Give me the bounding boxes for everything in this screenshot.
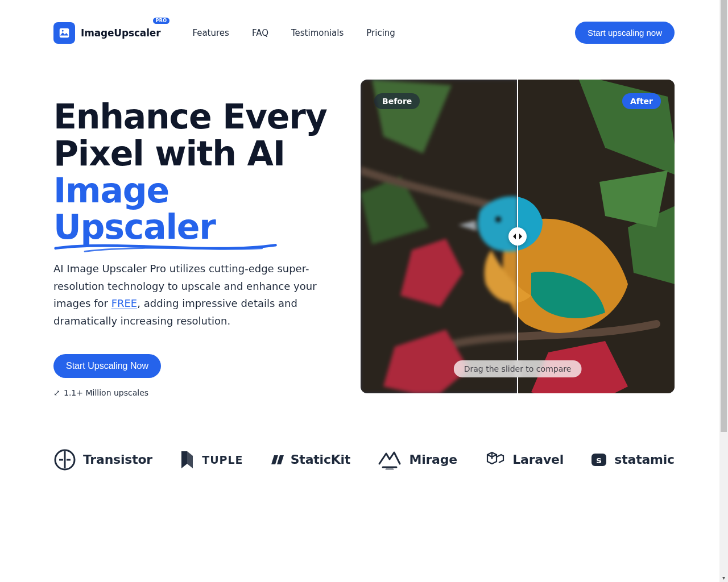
logo-strip: Transistor TUPLE StaticKit Mirage Larave — [53, 448, 675, 471]
window-scrollbar[interactable]: ▾ — [719, 0, 728, 505]
logo-mirage: Mirage — [377, 450, 457, 469]
hero-copy: Enhance Every Pixel with AI Image Upscal… — [53, 76, 333, 397]
top-bar: ImageUpscaler PRO Features FAQ Testimoni… — [53, 0, 675, 44]
hero: Enhance Every Pixel with AI Image Upscal… — [53, 76, 675, 397]
compare-box: Before After Drag the slider to compare — [361, 80, 675, 393]
logo-mirage-text: Mirage — [409, 452, 457, 467]
cta-top-button[interactable]: Start upscaling now — [575, 22, 675, 44]
nav-pricing[interactable]: Pricing — [366, 28, 395, 38]
cta-hero-button[interactable]: Start Upscaling Now — [53, 354, 161, 378]
logo-tuple: TUPLE — [179, 450, 243, 469]
compare-handle[interactable] — [508, 227, 527, 246]
before-label: Before — [374, 93, 420, 109]
logo-laravel: Laravel — [484, 449, 564, 471]
tuple-icon — [179, 450, 195, 469]
nav-testimonials[interactable]: Testimonials — [291, 28, 344, 38]
logo-transistor: Transistor — [53, 448, 152, 471]
after-pane — [518, 80, 675, 393]
pro-badge: PRO — [153, 18, 170, 24]
headline-line1: Enhance Every Pixel with AI — [53, 97, 327, 173]
chevron-right-icon — [518, 234, 523, 239]
nav-faq[interactable]: FAQ — [252, 28, 268, 38]
laravel-icon — [484, 449, 506, 471]
svg-point-1 — [62, 30, 64, 31]
subheadline: AI Image Upscaler Pro utilizes cutting-e… — [53, 260, 333, 330]
free-link[interactable]: FREE — [111, 297, 138, 309]
before-pane — [361, 80, 518, 393]
logo-statamic-text: statamic — [614, 452, 675, 467]
before-image — [361, 80, 518, 393]
brand-mark — [53, 22, 75, 44]
statickit-icon — [270, 453, 284, 467]
usage-stat: ⤢ 1.1+ Million upscales — [53, 388, 333, 397]
compare-hint: Drag the slider to compare — [454, 360, 582, 377]
logo-laravel-text: Laravel — [512, 452, 564, 467]
svg-rect-0 — [60, 28, 69, 38]
after-label: After — [622, 93, 661, 109]
after-image — [518, 80, 675, 393]
chevron-left-icon — [512, 234, 517, 239]
primary-nav: Features FAQ Testimonials Pricing — [192, 28, 395, 38]
svg-text:s: s — [597, 455, 602, 465]
transistor-icon — [53, 448, 76, 471]
scrollbar-thumb[interactable] — [721, 0, 727, 432]
brand-name: ImageUpscaler — [81, 27, 160, 39]
logo-statickit-text: StaticKit — [291, 452, 350, 467]
logo-statamic: s statamic — [590, 451, 675, 468]
usage-stat-text: 1.1+ Million upscales — [64, 388, 148, 397]
statamic-icon: s — [590, 451, 607, 468]
logo-statickit: StaticKit — [270, 452, 350, 467]
mirage-icon — [377, 450, 402, 469]
headline: Enhance Every Pixel with AI Image Upscal… — [53, 98, 333, 246]
headline-accent-text: Image Upscaler — [53, 171, 216, 247]
nav-features[interactable]: Features — [192, 28, 229, 38]
brand-logo[interactable]: ImageUpscaler PRO — [53, 22, 160, 44]
logo-tuple-text: TUPLE — [202, 454, 243, 466]
image-icon — [58, 27, 71, 39]
scale-icon: ⤢ — [53, 388, 60, 397]
headline-accent: Image Upscaler — [53, 172, 333, 246]
logo-transistor-text: Transistor — [83, 452, 152, 467]
